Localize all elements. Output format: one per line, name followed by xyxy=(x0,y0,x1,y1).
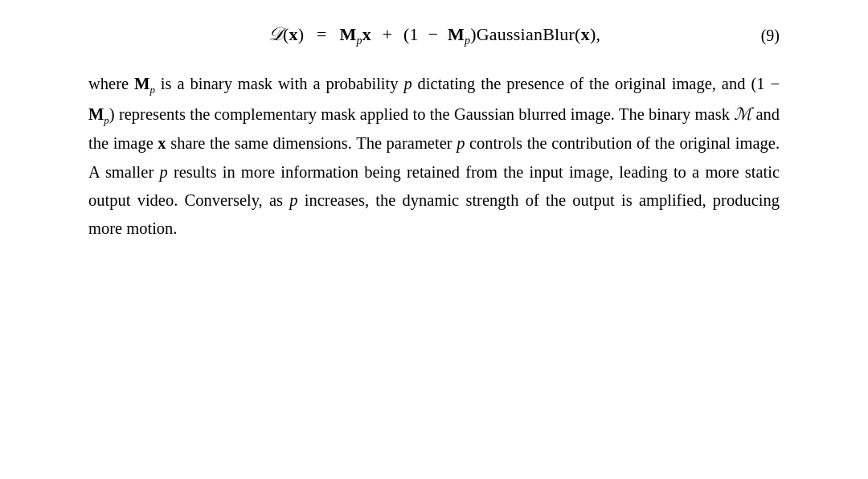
equation-block: 𝒟(x) = Mpx + (1 − Mp)GaussianBlur(x), (9… xyxy=(88,24,780,47)
equation-text: 𝒟(x) = Mpx + (1 − Mp)GaussianBlur(x), xyxy=(268,24,600,47)
text-calM: ℳ xyxy=(734,104,751,124)
text-p3: p xyxy=(159,163,167,181)
text-x1: x xyxy=(158,134,166,152)
text-Mp1: M xyxy=(134,75,149,92)
text-body-5: share the same dimensions. The parameter xyxy=(166,134,457,152)
text-p1: p xyxy=(403,75,411,92)
equation-formula: 𝒟(x) = Mpx + (1 − Mp)GaussianBlur(x), xyxy=(88,24,780,47)
text-Mp2: M xyxy=(88,105,104,123)
page-content: 𝒟(x) = Mpx + (1 − Mp)GaussianBlur(x), (9… xyxy=(40,0,828,267)
text-body-1: is a binary mask with a probability xyxy=(155,75,404,92)
text-p4: p xyxy=(289,191,297,209)
text-body-2: dictating the presence of the original i… xyxy=(412,75,780,92)
text-where: where xyxy=(88,75,134,92)
equation-number: (9) xyxy=(761,27,780,45)
text-p2: p xyxy=(457,134,465,152)
text-body-3: ) represents the complementary mask appl… xyxy=(109,105,734,123)
body-paragraph: where Mp is a binary mask with a probabi… xyxy=(88,70,780,243)
